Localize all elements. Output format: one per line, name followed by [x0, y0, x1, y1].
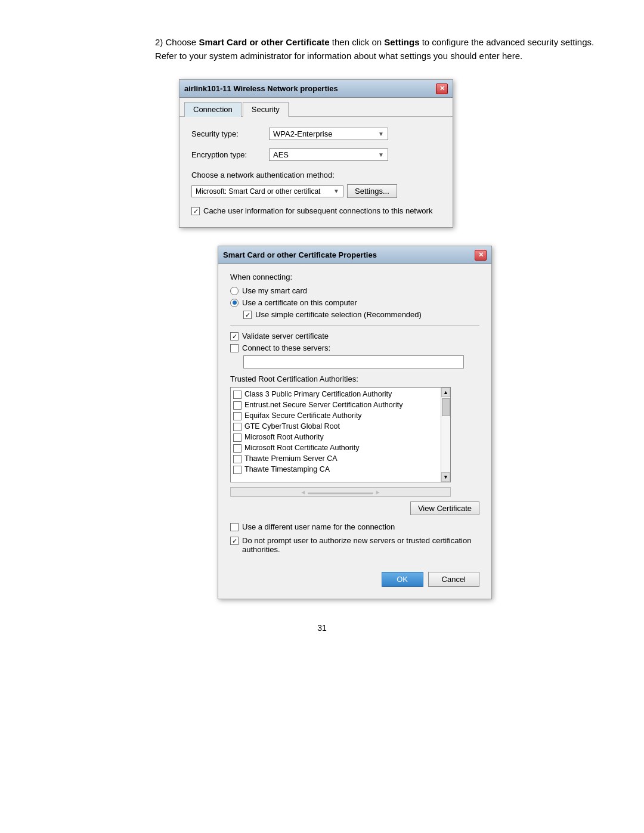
- wireless-title: airlink101-11 Wireless Network propertie…: [184, 84, 338, 93]
- trusted-checkbox-6[interactable]: [233, 455, 242, 463]
- trusted-checkbox-7[interactable]: [233, 466, 242, 474]
- wireless-tabs: Connection Security: [179, 98, 453, 117]
- radio-smart-card-label: Use my smart card: [242, 286, 307, 295]
- list-item: Thawte Premium Server CA: [233, 453, 448, 464]
- trusted-checkbox-2[interactable]: [233, 412, 242, 420]
- when-connecting-label: When connecting:: [230, 272, 479, 281]
- trusted-list-inner: Class 3 Public Primary Certification Aut…: [231, 388, 450, 476]
- smartcard-dialog: Smart Card or other Certificate Properti…: [218, 246, 492, 599]
- security-type-label: Security type:: [191, 129, 269, 138]
- intro-bold2: Settings: [384, 37, 419, 47]
- security-type-arrow: ▼: [378, 131, 384, 137]
- smartcard-close-button[interactable]: ✕: [475, 250, 487, 261]
- encryption-type-value: AES: [273, 150, 289, 159]
- scrollbar-down[interactable]: ▼: [441, 472, 450, 482]
- wireless-close-button[interactable]: ✕: [436, 83, 448, 94]
- trusted-checkbox-4[interactable]: [233, 433, 242, 442]
- settings-button[interactable]: Settings...: [347, 184, 397, 198]
- trusted-checkbox-0[interactable]: [233, 391, 242, 399]
- divider1: [230, 325, 479, 326]
- ok-button[interactable]: OK: [382, 572, 423, 587]
- encryption-type-select[interactable]: AES ▼: [269, 148, 388, 161]
- cache-label: Cache user information for subsequent co…: [203, 206, 432, 215]
- radio-certificate-label: Use a certificate on this computer: [242, 298, 357, 307]
- wireless-titlebar: airlink101-11 Wireless Network propertie…: [179, 80, 453, 98]
- radio-certificate-row: Use a certificate on this computer: [230, 298, 479, 307]
- encryption-type-arrow: ▼: [378, 151, 384, 158]
- wireless-tab-content: Security type: WPA2-Enterprise ▼ Encrypt…: [179, 117, 453, 227]
- trusted-label-2: Equifax Secure Certificate Authority: [244, 411, 362, 420]
- diff-user-checkbox[interactable]: [230, 523, 239, 531]
- list-item: Thawte Timestamping CA: [233, 464, 448, 475]
- list-item: Microsoft Root Certificate Authority: [233, 442, 448, 453]
- scrollbar-up[interactable]: ▲: [441, 388, 450, 397]
- bottom-section: Use a different user name for the connec…: [230, 522, 479, 554]
- smartcard-titlebar: Smart Card or other Certificate Properti…: [218, 246, 491, 264]
- trusted-label-3: GTE CyberTrust Global Root: [244, 422, 340, 431]
- trusted-label-4: Microsoft Root Authority: [244, 433, 324, 441]
- radio-smart-card[interactable]: [230, 287, 239, 295]
- cache-row: Cache user information for subsequent co…: [191, 206, 441, 215]
- validate-server-label: Validate server certificate: [242, 332, 329, 340]
- smartcard-content: When connecting: Use my smart card Use a…: [218, 264, 491, 599]
- trusted-label-7: Thawte Timestamping CA: [244, 465, 330, 473]
- encryption-type-row: Encryption type: AES ▼: [191, 148, 441, 161]
- trusted-checkbox-5[interactable]: [233, 444, 242, 453]
- page-number: 31: [48, 623, 596, 633]
- auth-method-row: Microsoft: Smart Card or other certifica…: [191, 184, 441, 198]
- view-certificate-button[interactable]: View Certificate: [410, 501, 479, 515]
- dialog-buttons: OK Cancel: [230, 566, 479, 587]
- auth-method-label: Choose a network authentication method:: [191, 171, 441, 179]
- trusted-label-0: Class 3 Public Primary Certification Aut…: [244, 390, 392, 398]
- connect-servers-checkbox[interactable]: [230, 344, 239, 352]
- trusted-label-6: Thawte Premium Server CA: [244, 454, 338, 463]
- security-type-select[interactable]: WPA2-Enterprise ▼: [269, 128, 388, 140]
- no-prompt-checkbox[interactable]: [230, 537, 239, 545]
- wireless-dialog: airlink101-11 Wireless Network propertie…: [179, 79, 453, 228]
- auth-method-select[interactable]: Microsoft: Smart Card or other certifica…: [191, 185, 343, 197]
- tab-connection[interactable]: Connection: [184, 102, 242, 117]
- cache-checkbox[interactable]: [191, 207, 200, 215]
- trusted-label-1: Entrust.net Secure Server Certification …: [244, 401, 402, 409]
- intro-text-between: then click on: [330, 37, 385, 47]
- encryption-type-label: Encryption type:: [191, 150, 269, 159]
- diff-user-label: Use a different user name for the connec…: [242, 522, 395, 531]
- simple-cert-checkbox[interactable]: [243, 311, 252, 319]
- connect-servers-label: Connect to these servers:: [242, 343, 330, 352]
- simple-cert-row: Use simple certificate selection (Recomm…: [243, 310, 479, 319]
- list-item: Entrust.net Secure Server Certification …: [233, 400, 448, 410]
- scrollbar-thumb[interactable]: [442, 398, 450, 416]
- no-prompt-label: Do not prompt user to authorize new serv…: [242, 536, 479, 554]
- trusted-checkbox-3[interactable]: [233, 423, 242, 431]
- intro-bold1: Smart Card or other Certificate: [199, 37, 329, 47]
- simple-cert-label: Use simple certificate selection (Recomm…: [255, 310, 422, 319]
- diff-user-row: Use a different user name for the connec…: [230, 522, 479, 531]
- auth-method-value: Microsoft: Smart Card or other certifica…: [196, 187, 320, 196]
- security-type-value: WPA2-Enterprise: [273, 129, 332, 138]
- trusted-list: Class 3 Public Primary Certification Aut…: [230, 387, 451, 482]
- trusted-checkbox-1[interactable]: [233, 401, 242, 410]
- trusted-scrollbar[interactable]: ▲ ▼: [441, 388, 450, 482]
- list-item: Equifax Secure Certificate Authority: [233, 410, 448, 421]
- tab-security[interactable]: Security: [243, 102, 289, 117]
- no-prompt-row: Do not prompt user to authorize new serv…: [230, 536, 479, 554]
- server-input-field[interactable]: [243, 355, 464, 368]
- list-item: GTE CyberTrust Global Root: [233, 421, 448, 432]
- trusted-root-label: Trusted Root Certification Authorities:: [230, 374, 479, 383]
- cancel-button[interactable]: Cancel: [428, 572, 479, 587]
- security-type-row: Security type: WPA2-Enterprise ▼: [191, 128, 441, 140]
- scrollbar-track: [441, 397, 450, 472]
- connect-servers-row: Connect to these servers:: [230, 343, 479, 352]
- auth-method-section: Choose a network authentication method: …: [191, 171, 441, 198]
- radio-certificate[interactable]: [230, 299, 239, 307]
- horiz-scrollbar[interactable]: ◄ ▬▬▬▬▬▬▬▬▬▬▬ ►: [230, 487, 451, 497]
- smartcard-title: Smart Card or other Certificate Properti…: [223, 250, 377, 259]
- auth-method-arrow: ▼: [333, 188, 339, 194]
- trusted-label-5: Microsoft Root Certificate Authority: [244, 444, 359, 452]
- intro-paragraph: 2) Choose Smart Card or other Certificat…: [155, 36, 596, 63]
- radio-smart-card-row: Use my smart card: [230, 286, 479, 295]
- validate-server-row: Validate server certificate: [230, 332, 479, 340]
- intro-text-before: 2) Choose: [155, 37, 199, 47]
- view-cert-row: View Certificate: [230, 501, 479, 515]
- validate-server-checkbox[interactable]: [230, 332, 239, 340]
